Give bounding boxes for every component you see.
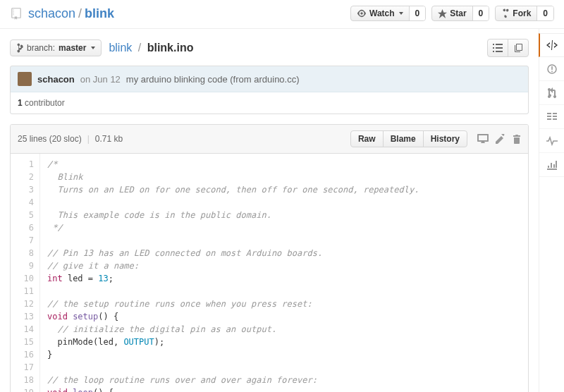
tab-pulls[interactable] (539, 81, 565, 105)
fork-button[interactable]: Fork 0 (495, 6, 554, 21)
breadcrumb-sep: / (138, 42, 141, 54)
svg-rect-2 (551, 71, 553, 72)
fork-icon (501, 8, 510, 18)
repo-icon (10, 7, 23, 20)
branch-icon (16, 43, 23, 53)
fork-count[interactable]: 0 (537, 6, 553, 20)
watch-count[interactable]: 0 (410, 6, 426, 20)
star-count[interactable]: 0 (473, 6, 489, 20)
file-header: 25 lines (20 sloc) | 0.71 kb Raw Blame H… (11, 125, 528, 154)
raw-button[interactable]: Raw (350, 130, 384, 147)
file-stats-lines: 25 lines (20 sloc) (18, 134, 82, 144)
breadcrumb-file: blink.ino (147, 42, 194, 54)
repo-actions: Watch 0 Star 0 Fork 0 (350, 6, 554, 21)
chevron-down-icon (399, 12, 403, 15)
side-nav (539, 29, 564, 392)
tab-wiki[interactable] (539, 105, 565, 129)
repo-owner-link[interactable]: schacon (28, 6, 75, 21)
breadcrumb-root[interactable]: blink (109, 42, 132, 54)
chevron-down-icon (91, 47, 95, 49)
repo-sep: / (78, 6, 82, 21)
commit-message[interactable]: my arduino blinking code (from arduino.c… (126, 74, 300, 85)
watch-button[interactable]: Watch 0 (350, 6, 426, 21)
contributors-label: contributor (25, 98, 65, 108)
history-button[interactable]: History (423, 130, 467, 147)
tab-pulse[interactable] (539, 129, 565, 153)
branch-prefix: branch: (27, 43, 55, 53)
star-button[interactable]: Star 0 (431, 6, 489, 21)
code-area: 123456789101112131415161718192021222324 … (11, 154, 528, 392)
breadcrumb: blink / blink.ino (109, 42, 193, 54)
branch-name: master (59, 43, 86, 53)
tab-issues[interactable] (539, 57, 565, 81)
path-row: branch: master blink / blink.ino (10, 39, 529, 57)
repo-header: schacon / blink Watch 0 Star 0 Fork 0 (0, 0, 564, 29)
line-numbers: 123456789101112131415161718192021222324 (11, 154, 40, 392)
desktop-icon[interactable] (477, 134, 489, 144)
star-icon (438, 9, 447, 18)
commit-box: schacon on Jun 12 my arduino blinking co… (10, 66, 529, 114)
repo-name-link[interactable]: blink (85, 6, 114, 21)
branch-select[interactable]: branch: master (10, 39, 102, 56)
contributors-bar: 1 contributor (11, 92, 528, 114)
fork-label: Fork (513, 8, 531, 18)
list-view-button[interactable] (487, 39, 508, 57)
blame-button[interactable]: Blame (383, 130, 424, 147)
svg-rect-1 (551, 66, 553, 70)
eye-icon (357, 8, 367, 18)
code-content[interactable]: /* Blink Turns on an LED on for one seco… (40, 154, 528, 392)
star-label: Star (450, 8, 466, 18)
copy-path-button[interactable] (508, 39, 529, 57)
tab-code[interactable] (539, 33, 564, 57)
file-stats-size: 0.71 kb (95, 134, 123, 144)
edit-icon[interactable] (496, 134, 505, 144)
watch-label: Watch (369, 8, 395, 18)
commit-header: schacon on Jun 12 my arduino blinking co… (11, 66, 528, 92)
tab-graphs[interactable] (539, 153, 565, 177)
commit-author[interactable]: schacon (37, 74, 75, 85)
avatar[interactable] (18, 72, 32, 86)
file-box: 25 lines (20 sloc) | 0.71 kb Raw Blame H… (10, 124, 529, 392)
file-button-group: Raw Blame History (350, 130, 467, 147)
commit-date: on Jun 12 (80, 74, 121, 85)
contributors-count: 1 (18, 98, 23, 108)
trash-icon[interactable] (513, 134, 521, 144)
